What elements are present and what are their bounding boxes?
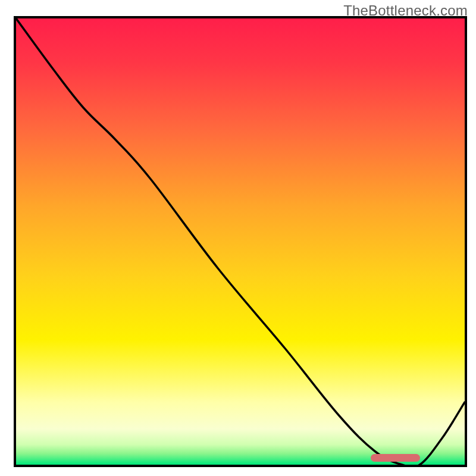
chart-container: TheBottleneck.com xyxy=(0,0,476,476)
watermark-text: TheBottleneck.com xyxy=(343,2,468,19)
curve-line xyxy=(16,18,465,465)
plot-area xyxy=(14,16,467,467)
optimal-marker xyxy=(371,454,420,462)
